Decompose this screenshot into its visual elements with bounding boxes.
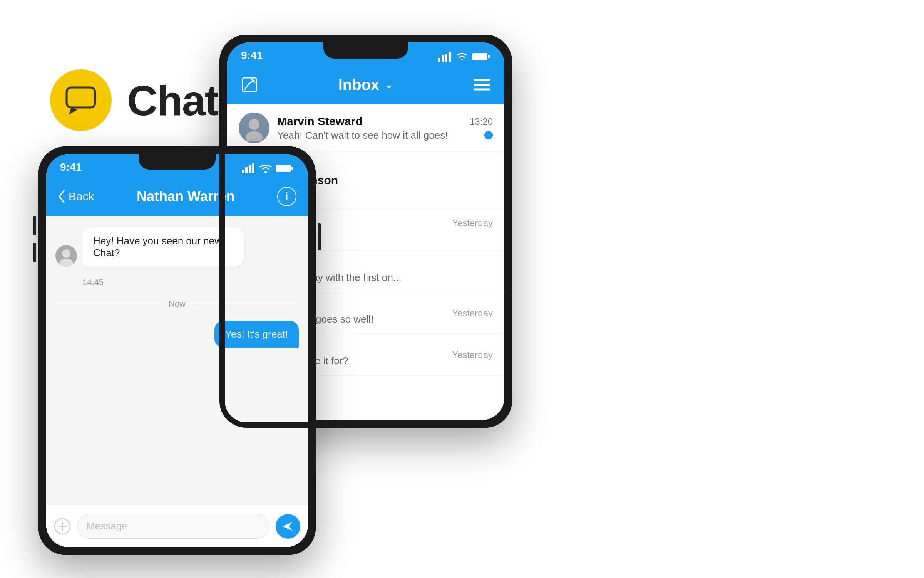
message-received: Hey! Have you seen our new Chat? <box>55 227 299 267</box>
sender-avatar-icon <box>55 245 77 267</box>
svg-point-16 <box>246 131 263 141</box>
send-button[interactable] <box>276 514 300 539</box>
message-input[interactable]: Message <box>77 514 270 539</box>
message-time-received: 14:45 <box>55 277 299 287</box>
svg-rect-2 <box>438 58 440 62</box>
power-button <box>318 223 321 250</box>
volume-down-button <box>33 243 36 262</box>
inbox-chevron-icon: ⌄ <box>385 79 393 91</box>
notch-inbox <box>323 42 408 59</box>
compose-icon[interactable] <box>241 76 258 93</box>
menu-icon[interactable] <box>474 79 490 91</box>
conv-preview-marvin: Yeah! Can't wait to see how it all goes! <box>277 129 462 141</box>
attachment-icon[interactable] <box>54 518 71 535</box>
divider-line-left <box>55 304 162 304</box>
back-chevron-icon <box>58 190 65 203</box>
battery-icon-chat <box>276 164 294 173</box>
info-icon: i <box>286 190 288 203</box>
chat-contact-name: Nathan Warren <box>137 188 235 205</box>
partial-time-4: Yesterday <box>452 349 493 360</box>
svg-point-28 <box>264 171 267 173</box>
svg-rect-24 <box>242 170 244 173</box>
svg-rect-5 <box>449 52 451 62</box>
svg-point-15 <box>249 119 259 130</box>
wifi-icon-chat <box>259 164 272 173</box>
chat-appbar: Back Nathan Warren i <box>46 177 308 216</box>
conv-name-marvin: Marvin Steward <box>277 115 462 128</box>
conv-meta-marvin: 13:20 <box>470 116 493 139</box>
divider-line-right <box>192 304 299 304</box>
svg-point-32 <box>62 249 70 258</box>
chat-messages-area: Hey! Have you seen our new Chat? 14:45 N… <box>46 216 308 505</box>
inbox-title-label: Inbox <box>338 76 380 94</box>
wifi-icon <box>456 52 468 61</box>
svg-rect-27 <box>252 163 254 173</box>
conversation-item-marvin[interactable]: Marvin Steward Yeah! Can't wait to see h… <box>227 104 504 152</box>
status-time-inbox: 9:41 <box>241 49 263 62</box>
message-divider: Now <box>55 299 299 309</box>
chat-input-area: Message <box>46 505 308 547</box>
svg-rect-4 <box>445 54 447 62</box>
message-avatar <box>55 245 77 267</box>
message-input-placeholder: Message <box>87 520 127 532</box>
signal-icon <box>438 52 452 62</box>
message-bubble-received: Hey! Have you seen our new Chat? <box>82 227 244 267</box>
svg-marker-1 <box>69 108 77 114</box>
volume-up-button <box>33 216 36 235</box>
status-time-chat: 9:41 <box>60 161 82 173</box>
logo-circle <box>50 69 112 131</box>
logo-area: Chat <box>50 69 218 131</box>
avatar-person-icon <box>241 114 268 141</box>
message-bubble-sent: Yes! It's great! <box>214 321 299 348</box>
notch-chat <box>139 154 216 170</box>
svg-rect-30 <box>291 167 293 170</box>
status-icons-inbox <box>438 52 490 62</box>
message-sent-container: Yes! It's great! <box>55 321 299 348</box>
inbox-title[interactable]: Inbox ⌄ <box>338 76 393 94</box>
logo-text-label: Chat <box>127 76 218 125</box>
conv-body-marvin: Marvin Steward Yeah! Can't wait to see h… <box>277 115 462 141</box>
svg-line-9 <box>245 84 249 89</box>
divider-label: Now <box>169 299 186 309</box>
svg-rect-6 <box>472 53 487 60</box>
battery-icon <box>472 52 490 61</box>
back-label: Back <box>69 190 94 203</box>
back-button[interactable]: Back <box>58 190 94 203</box>
signal-icon-chat <box>242 163 256 173</box>
chat-logo-icon <box>64 83 98 118</box>
svg-rect-3 <box>442 55 444 62</box>
unread-dot-marvin <box>484 131 493 139</box>
svg-rect-26 <box>249 165 251 173</box>
status-icons-chat <box>242 163 294 173</box>
svg-rect-29 <box>276 165 291 172</box>
send-icon <box>282 520 294 533</box>
phone-chat: 9:41 <box>38 146 316 555</box>
inbox-appbar: Inbox ⌄ <box>227 66 504 104</box>
chat-info-button[interactable]: i <box>277 187 296 206</box>
partial-time-3: Yesterday <box>452 308 493 319</box>
svg-rect-25 <box>245 167 248 173</box>
avatar-marvin <box>239 113 270 143</box>
conv-time-marvin: 13:20 <box>470 116 493 127</box>
svg-rect-0 <box>67 87 95 108</box>
svg-rect-7 <box>488 55 490 58</box>
